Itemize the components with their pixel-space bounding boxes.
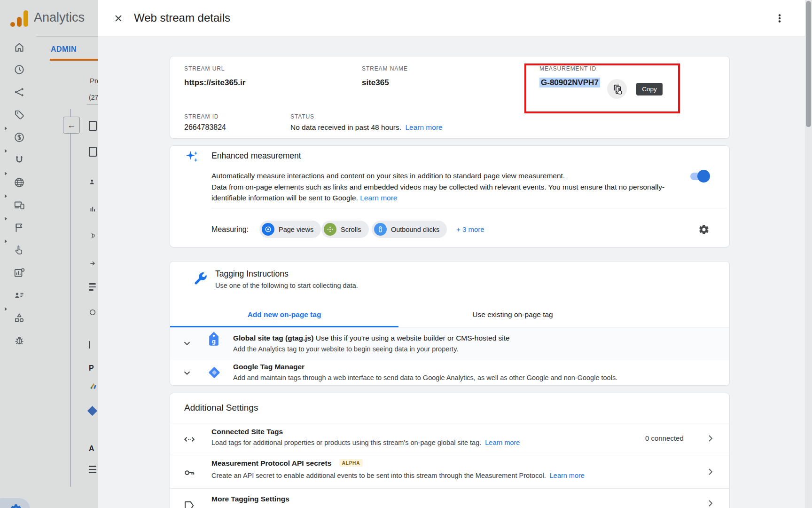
measurement-id-value: G-80902NVPH7 (539, 78, 600, 87)
key-icon (183, 467, 195, 479)
enhanced-desc-line1: Automatically measure interactions and c… (211, 170, 686, 181)
measurement-protocol-row[interactable]: Measurement Protocol API secrets ALPHA C… (170, 455, 730, 488)
row-subtitle: Create an API secret to enable additiona… (211, 472, 585, 479)
scrollbar-track[interactable] (805, 0, 812, 508)
screen: Analytics (0, 0, 812, 508)
chevron-down-icon[interactable] (181, 367, 193, 379)
gtm-subtitle: Add and maintain tags through a web inte… (233, 374, 617, 381)
tag-outline-icon (183, 500, 195, 508)
web-stream-details-dialog: Web stream details STREAM URL https://si… (98, 0, 805, 508)
status-value: No data received in past 48 hours. Learn… (290, 123, 443, 132)
kebab-menu-icon[interactable] (773, 12, 786, 25)
chip-page-views[interactable]: Page views (259, 221, 321, 238)
tagging-subtitle: Use one of the following to start collec… (215, 282, 358, 289)
connected-count: 0 connected (645, 434, 684, 442)
additional-settings-card: Additional Settings Connected Site Tags … (170, 393, 730, 508)
more-tagging-settings-row[interactable]: More Tagging Settings Configure client-s… (170, 488, 730, 508)
row-title: Measurement Protocol API secrets ALPHA (211, 459, 363, 468)
measuring-label: Measuring: (211, 221, 249, 238)
scrollbar-thumb[interactable] (806, 1, 811, 127)
tagging-title: Tagging Instructions (215, 269, 289, 279)
chip-scrolls[interactable]: Scrolls (321, 221, 369, 238)
dialog-title: Web stream details (134, 11, 230, 24)
enhanced-desc-line2: Data from on-page elements such as links… (211, 182, 686, 203)
outbound-clicks-icon (374, 223, 387, 236)
page-views-icon (262, 223, 274, 236)
gtag-title: Global site tag (gtag.js) Use this if yo… (233, 334, 510, 342)
stream-id-label: STREAM ID (184, 113, 219, 120)
stream-url-value: https://site365.ir (184, 78, 245, 87)
gtag-subtitle: Add the Analytics tag to your website to… (233, 345, 458, 353)
additional-settings-title: Additional Settings (184, 403, 258, 413)
measuring-settings-gear-icon[interactable] (697, 223, 710, 236)
wrench-icon (194, 271, 208, 285)
dialog-header: Web stream details (98, 0, 805, 36)
connected-site-tags-row[interactable]: Connected Site Tags Load tags for additi… (170, 423, 730, 455)
tagging-instructions-card: Tagging Instructions Use one of the foll… (170, 261, 730, 386)
chevron-right-icon[interactable] (705, 433, 716, 444)
gtm-row[interactable]: Google Tag Manager Add and maintain tags… (170, 360, 730, 386)
row-title: More Tagging Settings (211, 495, 289, 503)
gtag-icon: g (208, 331, 220, 346)
measurement-id-label: MEASUREMENT ID (539, 65, 596, 72)
stream-name-value: site365 (362, 78, 389, 87)
status-label: STATUS (290, 113, 314, 120)
gtm-title: Google Tag Manager (233, 363, 304, 371)
chevron-right-icon[interactable] (705, 498, 716, 508)
hand-cursor-icon (616, 87, 625, 96)
stream-info-card: STREAM URL https://site365.ir STREAM NAM… (170, 56, 730, 139)
code-icon (183, 433, 195, 445)
close-icon[interactable] (112, 12, 125, 25)
copy-measurement-id-button[interactable] (607, 79, 627, 99)
gtag-row[interactable]: g Global site tag (gtag.js) Use this if … (170, 327, 730, 360)
chip-outbound-clicks[interactable]: Outbound clicks (372, 221, 447, 238)
google-tag-manager-icon (207, 365, 221, 380)
more-events-link[interactable]: + 3 more (456, 221, 484, 238)
row-title: Connected Site Tags (211, 428, 283, 436)
learn-more-link[interactable]: Learn more (485, 439, 520, 446)
enhanced-title: Enhanced measurement (211, 151, 301, 161)
stream-name-label: STREAM NAME (362, 65, 408, 72)
enhanced-measurement-card: Enhanced measurement Automatically measu… (170, 145, 730, 247)
tab-add-new-on-page-tag[interactable]: Add new on-page tag (170, 302, 398, 327)
row-subtitle: Load tags for additional properties or p… (211, 439, 520, 446)
chevron-right-icon[interactable] (705, 466, 716, 477)
enhanced-learn-more-link[interactable]: Learn more (360, 194, 397, 202)
learn-more-link[interactable]: Learn more (550, 472, 585, 479)
stream-url-label: STREAM URL (184, 65, 225, 72)
scrolls-icon (324, 223, 336, 236)
alpha-badge: ALPHA (339, 459, 363, 467)
svg-text:g: g (212, 338, 216, 345)
copy-tooltip-button[interactable]: Copy (636, 83, 663, 95)
chevron-down-icon[interactable] (181, 337, 193, 349)
stream-id-value: 2664783824 (184, 123, 226, 132)
status-learn-more-link[interactable]: Learn more (405, 123, 442, 131)
sparkle-icon (184, 149, 199, 164)
tab-use-existing-on-page-tag[interactable]: Use existing on-page tag (398, 302, 627, 327)
